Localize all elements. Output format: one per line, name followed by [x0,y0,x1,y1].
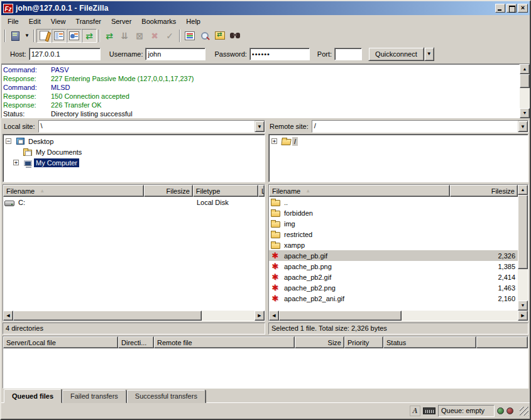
maximize-button[interactable] [506,4,517,13]
search-button[interactable] [227,29,243,43]
local-horizontal-scrollbar[interactable]: ◀ ▶ [3,311,265,321]
message-log-content[interactable]: Command:PASV Response:227 Entering Passi… [1,64,520,118]
directory-comparison-button[interactable] [182,29,197,43]
scrollbar-thumb[interactable] [518,195,528,269]
remote-site-combo[interactable]: / ▼ [312,120,528,133]
column-server-local-file[interactable]: Server/Local file [3,336,118,348]
reconnect-button[interactable]: ✓ [162,29,177,43]
quickconnect-button[interactable]: Quickconnect [368,47,424,61]
scroll-right-icon[interactable]: ▶ [255,311,265,321]
column-size[interactable]: Size [295,336,344,348]
tree-item-my-computer[interactable]: + My Computer [3,157,265,168]
file-row[interactable]: ✱apache_pb.png1,385 [269,261,518,272]
title-bar[interactable]: Fz john@127.0.0.1 - FileZilla × [1,1,530,15]
scroll-left-icon[interactable]: ◀ [269,311,279,321]
quickconnect-dropdown[interactable]: ▼ [424,47,434,61]
minimize-button[interactable] [495,4,505,13]
file-row[interactable]: forbidden [269,207,518,218]
column-filesize[interactable]: Filesize [450,185,518,197]
port-input[interactable] [334,48,362,60]
column-priority[interactable]: Priority [344,336,383,348]
file-row-selected[interactable]: ✱apache_pb.gif2,326 [269,250,518,261]
scroll-down-icon[interactable]: ▼ [520,108,530,118]
remote-list-body[interactable]: .. forbidden img restricted xampp ✱apach… [269,197,518,311]
scrollbar-track[interactable] [402,311,518,321]
tab-successful-transfers[interactable]: Successful transfers [127,390,205,403]
filter-button[interactable] [197,29,212,43]
column-filesize[interactable]: Filesize [144,185,192,197]
column-remote-file[interactable]: Remote file [154,336,295,348]
scroll-right-icon[interactable]: ▶ [518,311,528,321]
site-manager-dropdown[interactable]: ▼ [23,29,31,43]
local-list-body[interactable]: C: Local Disk [3,197,265,311]
file-row-c-drive[interactable]: C: Local Disk [3,197,265,207]
refresh-button[interactable]: ⇄ [102,29,117,43]
remote-horizontal-scrollbar[interactable]: ◀ ▶ [269,311,528,321]
scroll-down-icon[interactable]: ▼ [518,301,528,311]
image-file-icon: ✱ [272,273,279,281]
scrollbar-thumb[interactable] [520,74,530,88]
file-row[interactable]: ✱apache_pb2_ani.gif2,160 [269,293,518,304]
queue-body[interactable] [3,348,528,388]
column-direction[interactable]: Directi... [118,336,154,348]
disconnect-button[interactable]: ✖ [147,29,162,43]
file-row[interactable]: ✱apache_pb2.gif2,414 [269,272,518,282]
host-input[interactable] [29,48,101,60]
speed-limits-icon[interactable] [423,407,435,414]
resize-grip[interactable] [520,407,528,416]
menu-bookmarks[interactable]: Bookmarks [136,16,181,26]
column-filename[interactable]: Filename▲ [269,185,450,197]
scrollbar-track[interactable] [202,311,255,321]
file-row[interactable]: ✱apache_pb2.png1,463 [269,282,518,293]
menu-server[interactable]: Server [106,16,136,26]
scroll-left-icon[interactable]: ◀ [3,311,13,321]
toggle-remote-tree-button[interactable] [67,29,82,43]
process-queue-button[interactable]: ⇊ [117,29,132,43]
scrollbar-thumb[interactable] [13,311,202,321]
cancel-button[interactable]: ⊠ [132,29,147,43]
scroll-up-icon[interactable]: ▲ [518,185,528,195]
synchronized-browsing-button[interactable] [212,29,227,43]
local-tree[interactable]: − Desktop My Documents + My Computer [3,134,265,182]
menu-transfer[interactable]: Transfer [70,16,106,26]
tree-item-my-documents[interactable]: My Documents [3,146,265,157]
chevron-down-icon[interactable]: ▼ [518,121,528,132]
toggle-queue-button[interactable]: ⇄ [82,29,97,43]
toolbar-separator [33,30,35,42]
collapse-icon[interactable]: − [6,138,11,144]
scrollbar-thumb[interactable] [279,311,402,321]
remote-tree[interactable]: + / [268,134,528,182]
file-row[interactable]: img [269,218,518,229]
expand-icon[interactable]: + [13,160,19,165]
scrollbar-track[interactable] [518,269,528,301]
chevron-down-icon[interactable]: ▼ [255,121,265,132]
column-status[interactable]: Status [383,336,476,348]
toggle-local-tree-button[interactable] [52,29,67,43]
column-filename[interactable]: Filename▲ [3,185,144,197]
toggle-log-button[interactable] [36,29,52,43]
expand-icon[interactable]: + [271,138,277,144]
tree-item-root[interactable]: + / [269,136,528,146]
log-vertical-scrollbar[interactable]: ▲ ▼ [520,64,530,118]
menu-file[interactable]: File [3,16,24,26]
transfer-type-ascii-icon[interactable]: A [410,406,420,416]
tree-item-desktop[interactable]: − Desktop [3,136,265,146]
file-row[interactable]: restricted [269,229,518,240]
site-manager-button[interactable] [8,29,23,43]
file-row[interactable]: xampp [269,240,518,250]
scrollbar-track[interactable] [520,88,530,108]
column-filetype[interactable]: Filetype [193,185,258,197]
menu-help[interactable]: Help [181,16,205,26]
menu-view[interactable]: View [46,16,71,26]
column-last-modified[interactable]: L [258,185,265,197]
menu-edit[interactable]: Edit [24,16,46,26]
username-input[interactable] [145,48,205,60]
scroll-up-icon[interactable]: ▲ [520,64,530,74]
password-input[interactable] [249,48,310,60]
close-button[interactable]: × [518,4,528,13]
local-site-combo[interactable]: \ ▼ [38,120,265,133]
remote-vertical-scrollbar[interactable]: ▲ ▼ [518,185,528,311]
tab-failed-transfers[interactable]: Failed transfers [62,390,126,403]
file-row[interactable]: .. [269,197,518,207]
tab-queued-files[interactable]: Queued files [4,389,62,403]
